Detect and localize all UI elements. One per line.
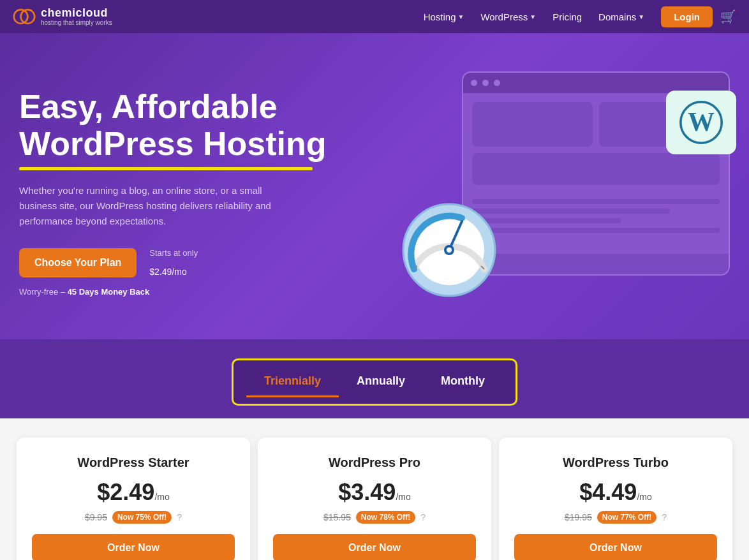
logo[interactable]: chemicloud hosting that simply works <box>13 5 112 28</box>
billing-tabs: Triennially Annually Monthly <box>246 367 503 397</box>
plan-original-pro: $15.95 <box>323 512 351 522</box>
billing-section: Triennially Annually Monthly <box>0 339 749 418</box>
hero-title: Easy, Affordable WordPress Hosting <box>19 89 327 161</box>
tab-triennially-label: Triennially <box>264 374 321 387</box>
billing-tabs-wrapper: Triennially Annually Monthly <box>232 358 517 406</box>
plan-card-turbo: WordPress Turbo $4.49/mo $19.95 Now 77% … <box>499 438 732 560</box>
speedometer-illustration <box>398 199 500 301</box>
plan-badge-pro: Now 78% Off! <box>356 511 415 524</box>
order-button-pro[interactable]: Order Now <box>273 534 476 560</box>
speedometer-icon <box>398 199 500 301</box>
browser-lines <box>463 199 729 233</box>
help-icon-starter[interactable]: ? <box>177 512 182 522</box>
nav-pricing-label: Pricing <box>552 11 582 22</box>
money-back-highlight: 45 Days Money Back <box>68 287 150 297</box>
plan-price-mo-starter: /mo <box>154 492 169 502</box>
money-back-text: Worry-free – 45 Days Money Back <box>19 287 327 297</box>
hero-content: Easy, Affordable WordPress Hosting Wheth… <box>19 89 327 296</box>
plan-price-pro: $3.49 <box>338 479 396 505</box>
plan-price-starter: $2.49 <box>97 479 154 505</box>
plan-price-row-starter: $2.49/mo <box>32 479 235 506</box>
tab-annually-label: Annually <box>357 374 405 387</box>
browser-btn <box>482 80 489 86</box>
hero-illustration: W <box>411 71 730 314</box>
nav-wordpress[interactable]: WordPress ▼ <box>474 8 542 26</box>
browser-btn <box>494 80 500 86</box>
brand-name: chemicloud <box>41 7 112 20</box>
plan-price-turbo: $4.49 <box>579 479 637 505</box>
starts-at-price: $2.49/mo <box>149 258 198 278</box>
svg-point-10 <box>447 247 452 253</box>
price-value: $2.49 <box>149 267 172 277</box>
nav-hosting-label: Hosting <box>424 11 456 22</box>
starts-at-info: Starts at only $2.49/mo <box>149 248 198 278</box>
hero-title-line2: WordPress Hosting <box>19 125 327 162</box>
chevron-down-icon: ▼ <box>638 13 644 20</box>
hero-description: Whether you're running a blog, an online… <box>19 183 300 229</box>
brand-tagline: hosting that simply works <box>41 19 112 26</box>
cart-icon[interactable]: 🛒 <box>720 9 736 24</box>
browser-line <box>472 209 670 214</box>
nav-domains[interactable]: Domains ▼ <box>592 8 651 26</box>
nav-wordpress-label: WordPress <box>480 11 528 22</box>
browser-line <box>472 228 720 233</box>
tab-monthly[interactable]: Monthly <box>423 367 503 397</box>
choose-plan-button[interactable]: Choose Your Plan <box>19 248 137 277</box>
plan-card-starter: WordPress Starter $2.49/mo $9.95 Now 75%… <box>17 438 250 560</box>
plan-price-mo-pro: /mo <box>396 492 410 502</box>
hero-cta-row: Choose Your Plan Starts at only $2.49/mo <box>19 248 327 278</box>
browser-card-wide <box>472 153 720 185</box>
plan-original-row-pro: $15.95 Now 78% Off! ? <box>273 511 476 524</box>
login-button[interactable]: Login <box>661 6 713 27</box>
tab-triennially[interactable]: Triennially <box>246 367 339 397</box>
plan-name-pro: WordPress Pro <box>273 455 476 470</box>
plan-original-row-starter: $9.95 Now 75% Off! ? <box>32 511 235 524</box>
tab-annually[interactable]: Annually <box>339 367 423 397</box>
starts-at-label: Starts at only <box>149 248 198 258</box>
hero-section: Easy, Affordable WordPress Hosting Wheth… <box>0 33 749 339</box>
logo-icon <box>13 5 36 28</box>
plan-price-row-pro: $3.49/mo <box>273 479 476 506</box>
price-unit: /mo <box>172 267 186 277</box>
nav-pricing[interactable]: Pricing <box>546 8 588 26</box>
plan-card-pro: WordPress Pro $3.49/mo $15.95 Now 78% Of… <box>258 438 491 560</box>
order-button-starter[interactable]: Order Now <box>32 534 235 560</box>
plan-badge-turbo: Now 77% Off! <box>597 511 656 524</box>
plan-original-starter: $9.95 <box>85 512 107 522</box>
svg-text:W: W <box>688 107 715 136</box>
plan-name-turbo: WordPress Turbo <box>514 455 717 470</box>
plan-original-row-turbo: $19.95 Now 77% Off! ? <box>514 511 717 524</box>
help-icon-pro[interactable]: ? <box>420 512 426 522</box>
plan-badge-starter: Now 75% Off! <box>112 511 172 524</box>
money-back-prefix: Worry-free – <box>19 287 65 297</box>
wp-logo-bubble: W <box>666 91 736 154</box>
hero-title-line1: Easy, Affordable <box>19 88 278 125</box>
order-button-turbo[interactable]: Order Now <box>514 534 717 560</box>
pricing-section: WordPress Starter $2.49/mo $9.95 Now 75%… <box>0 418 749 560</box>
browser-bottom-bar <box>463 254 729 274</box>
chevron-down-icon: ▼ <box>457 13 464 20</box>
tab-monthly-label: Monthly <box>441 374 485 387</box>
plan-price-row-turbo: $4.49/mo <box>514 479 717 506</box>
nav-hosting[interactable]: Hosting ▼ <box>417 8 471 26</box>
logo-text: chemicloud hosting that simply works <box>41 7 112 27</box>
browser-line <box>472 199 720 204</box>
navbar: chemicloud hosting that simply works Hos… <box>0 0 749 33</box>
plan-name-starter: WordPress Starter <box>32 455 235 470</box>
nav-domains-label: Domains <box>598 11 636 22</box>
help-icon-turbo[interactable]: ? <box>662 512 667 522</box>
browser-card <box>472 102 593 147</box>
chevron-down-icon: ▼ <box>530 13 536 20</box>
nav-links: Hosting ▼ WordPress ▼ Pricing Domains ▼ <box>417 8 651 26</box>
hero-underline <box>19 167 313 170</box>
plan-original-turbo: $19.95 <box>565 512 592 522</box>
wordpress-icon: W <box>679 100 723 145</box>
plan-price-mo-turbo: /mo <box>637 492 651 502</box>
browser-btn <box>471 80 477 86</box>
